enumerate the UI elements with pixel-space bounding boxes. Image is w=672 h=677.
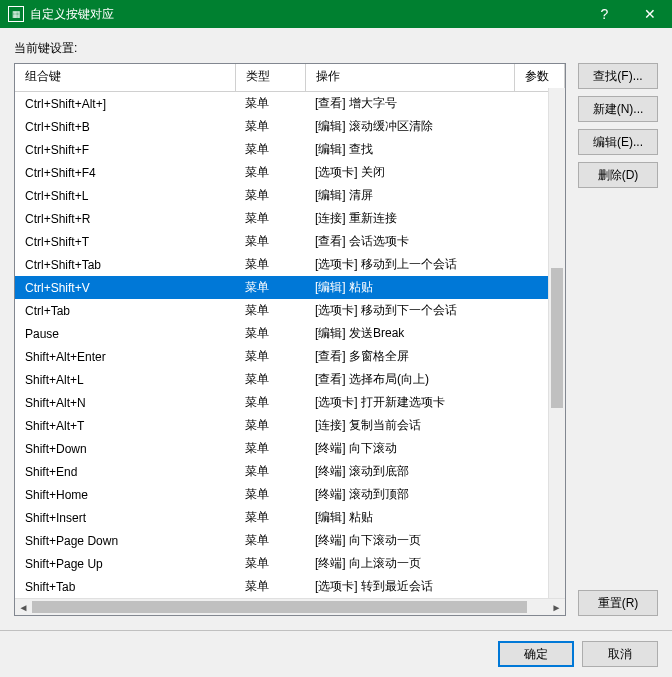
- column-action[interactable]: 操作: [305, 64, 515, 92]
- cell-key: Ctrl+Shift+T: [15, 230, 235, 253]
- table-row[interactable]: Shift+Alt+Enter菜单[查看] 多窗格全屏: [15, 345, 565, 368]
- cell-key: Ctrl+Shift+V: [15, 276, 235, 299]
- key-bindings-list[interactable]: 组合键 类型 操作 参数 Ctrl+Shift+Alt+]菜单[查看] 增大字号…: [14, 63, 566, 616]
- cell-key: Ctrl+Shift+Alt+]: [15, 92, 235, 116]
- cell-action: [选项卡] 移动到上一个会话: [305, 253, 515, 276]
- cell-action: [编辑] 发送Break: [305, 322, 515, 345]
- table-row[interactable]: Ctrl+Tab菜单[选项卡] 移动到下一个会话: [15, 299, 565, 322]
- dialog-footer: 确定 取消: [14, 641, 658, 667]
- delete-button[interactable]: 删除(D): [578, 162, 658, 188]
- scroll-right-icon[interactable]: ►: [548, 602, 565, 613]
- table-row[interactable]: Ctrl+Shift+F4菜单[选项卡] 关闭: [15, 161, 565, 184]
- table-row[interactable]: Shift+Down菜单[终端] 向下滚动: [15, 437, 565, 460]
- cell-key: Shift+Insert: [15, 506, 235, 529]
- column-key[interactable]: 组合键: [15, 64, 235, 92]
- table-header-row: 组合键 类型 操作 参数: [15, 64, 565, 92]
- horizontal-scrollbar[interactable]: ◄ ►: [15, 598, 565, 615]
- cell-type: 菜单: [235, 276, 305, 299]
- table-row[interactable]: Ctrl+Shift+R菜单[连接] 重新连接: [15, 207, 565, 230]
- close-button[interactable]: ✕: [627, 0, 672, 28]
- cell-key: Shift+Page Down: [15, 529, 235, 552]
- cell-type: 菜单: [235, 184, 305, 207]
- table-row[interactable]: Ctrl+Shift+Tab菜单[选项卡] 移动到上一个会话: [15, 253, 565, 276]
- table-row[interactable]: Shift+Page Down菜单[终端] 向下滚动一页: [15, 529, 565, 552]
- cell-key: Ctrl+Shift+Tab: [15, 253, 235, 276]
- cell-key: Shift+Tab: [15, 575, 235, 598]
- cell-action: [编辑] 清屏: [305, 184, 515, 207]
- table-row[interactable]: Ctrl+Shift+F菜单[编辑] 查找: [15, 138, 565, 161]
- cell-key: Pause: [15, 322, 235, 345]
- edit-button[interactable]: 编辑(E)...: [578, 129, 658, 155]
- cell-type: 菜单: [235, 253, 305, 276]
- cell-action: [编辑] 粘贴: [305, 276, 515, 299]
- cell-key: Ctrl+Shift+F4: [15, 161, 235, 184]
- find-button[interactable]: 查找(F)...: [578, 63, 658, 89]
- cell-type: 菜单: [235, 391, 305, 414]
- cell-action: [终端] 向下滚动一页: [305, 529, 515, 552]
- cell-key: Shift+Home: [15, 483, 235, 506]
- table-row[interactable]: Shift+Home菜单[终端] 滚动到顶部: [15, 483, 565, 506]
- table-row[interactable]: Ctrl+Shift+L菜单[编辑] 清屏: [15, 184, 565, 207]
- hscrollbar-thumb[interactable]: [32, 601, 527, 613]
- cell-action: [终端] 滚动到底部: [305, 460, 515, 483]
- table-row[interactable]: Shift+Alt+T菜单[连接] 复制当前会话: [15, 414, 565, 437]
- cell-action: [查看] 多窗格全屏: [305, 345, 515, 368]
- new-button[interactable]: 新建(N)...: [578, 96, 658, 122]
- cell-key: Ctrl+Shift+B: [15, 115, 235, 138]
- window-title: 自定义按键对应: [30, 6, 582, 23]
- cell-action: [选项卡] 转到最近会话: [305, 575, 515, 598]
- cell-key: Shift+Alt+T: [15, 414, 235, 437]
- cell-key: Ctrl+Shift+R: [15, 207, 235, 230]
- table-row[interactable]: Shift+Alt+N菜单[选项卡] 打开新建选项卡: [15, 391, 565, 414]
- table-row[interactable]: Shift+Insert菜单[编辑] 粘贴: [15, 506, 565, 529]
- help-button[interactable]: ?: [582, 0, 627, 28]
- cell-type: 菜单: [235, 460, 305, 483]
- cell-action: [连接] 重新连接: [305, 207, 515, 230]
- cell-type: 菜单: [235, 161, 305, 184]
- table-row[interactable]: Ctrl+Shift+T菜单[查看] 会话选项卡: [15, 230, 565, 253]
- cell-type: 菜单: [235, 92, 305, 116]
- reset-button[interactable]: 重置(R): [578, 590, 658, 616]
- cell-key: Ctrl+Shift+F: [15, 138, 235, 161]
- scroll-left-icon[interactable]: ◄: [15, 602, 32, 613]
- cell-type: 菜单: [235, 506, 305, 529]
- cell-key: Shift+End: [15, 460, 235, 483]
- cell-action: [终端] 向下滚动: [305, 437, 515, 460]
- cell-action: [查看] 选择布局(向上): [305, 368, 515, 391]
- cell-type: 菜单: [235, 437, 305, 460]
- cell-key: Ctrl+Shift+L: [15, 184, 235, 207]
- cancel-button[interactable]: 取消: [582, 641, 658, 667]
- cell-type: 菜单: [235, 483, 305, 506]
- cell-type: 菜单: [235, 230, 305, 253]
- cell-type: 菜单: [235, 322, 305, 345]
- cell-key: Shift+Alt+L: [15, 368, 235, 391]
- table-row[interactable]: Pause菜单[编辑] 发送Break: [15, 322, 565, 345]
- ok-button[interactable]: 确定: [498, 641, 574, 667]
- table-row[interactable]: Ctrl+Shift+V菜单[编辑] 粘贴: [15, 276, 565, 299]
- cell-type: 菜单: [235, 414, 305, 437]
- cell-type: 菜单: [235, 138, 305, 161]
- table-row[interactable]: Shift+Page Up菜单[终端] 向上滚动一页: [15, 552, 565, 575]
- table-row[interactable]: Shift+Tab菜单[选项卡] 转到最近会话: [15, 575, 565, 598]
- table-row[interactable]: Shift+End菜单[终端] 滚动到底部: [15, 460, 565, 483]
- vertical-scrollbar[interactable]: [548, 88, 565, 598]
- cell-action: [编辑] 滚动缓冲区清除: [305, 115, 515, 138]
- footer-separator: [0, 630, 672, 631]
- current-keys-label: 当前键设置:: [14, 40, 658, 57]
- cell-action: [连接] 复制当前会话: [305, 414, 515, 437]
- cell-type: 菜单: [235, 552, 305, 575]
- table-row[interactable]: Ctrl+Shift+Alt+]菜单[查看] 增大字号: [15, 92, 565, 116]
- cell-action: [终端] 滚动到顶部: [305, 483, 515, 506]
- table-row[interactable]: Ctrl+Shift+B菜单[编辑] 滚动缓冲区清除: [15, 115, 565, 138]
- cell-key: Shift+Page Up: [15, 552, 235, 575]
- cell-type: 菜单: [235, 345, 305, 368]
- cell-action: [终端] 向上滚动一页: [305, 552, 515, 575]
- cell-action: [选项卡] 关闭: [305, 161, 515, 184]
- cell-action: [查看] 增大字号: [305, 92, 515, 116]
- scrollbar-thumb[interactable]: [551, 268, 563, 408]
- dialog-body: 当前键设置: 组合键 类型 操作 参数 Ctrl+Shift+Alt+]菜单[查…: [0, 28, 672, 677]
- cell-type: 菜单: [235, 207, 305, 230]
- cell-action: [查看] 会话选项卡: [305, 230, 515, 253]
- table-row[interactable]: Shift+Alt+L菜单[查看] 选择布局(向上): [15, 368, 565, 391]
- column-type[interactable]: 类型: [235, 64, 305, 92]
